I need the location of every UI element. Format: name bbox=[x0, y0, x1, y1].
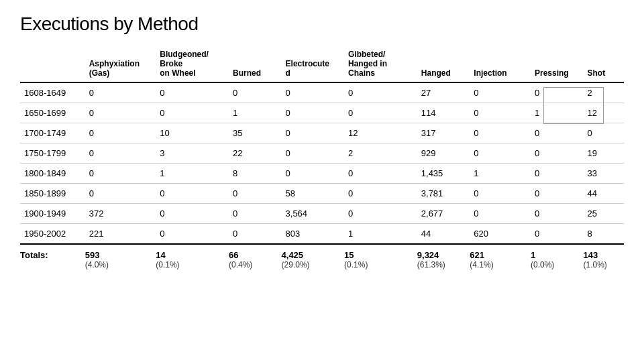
totals-hanged-pct: (61.3%) bbox=[417, 260, 470, 274]
cell-shot: 25 bbox=[584, 204, 624, 224]
cell-asphyxiation: 0 bbox=[85, 164, 156, 184]
cell-period: 1650-1699 bbox=[20, 103, 85, 123]
table-row: 1750-17990322029290019 bbox=[20, 143, 624, 164]
cell-burned: 0 bbox=[229, 82, 282, 103]
cell-hanged: 44 bbox=[417, 224, 470, 245]
col-header-injection: Injection bbox=[470, 47, 531, 82]
totals-pressing: 1 bbox=[531, 244, 584, 260]
totals-pressing-pct: (0.0%) bbox=[531, 260, 584, 274]
cell-asphyxiation: 0 bbox=[85, 184, 156, 204]
executions-table: Asphyxiation(Gas) Bludgeoned/Brokeon Whe… bbox=[20, 47, 624, 274]
totals-injection: 621 bbox=[470, 244, 531, 260]
cell-electrocuted: 3,564 bbox=[282, 204, 344, 224]
cell-gibbeted: 1 bbox=[344, 224, 417, 245]
cell-hanged: 317 bbox=[417, 123, 470, 143]
col-header-asphyxiation: Asphyxiation(Gas) bbox=[85, 47, 156, 82]
cell-hanged: 929 bbox=[417, 143, 470, 164]
cell-gibbeted: 0 bbox=[344, 103, 417, 123]
table-row: 1850-18990005803,7810044 bbox=[20, 184, 624, 204]
cell-shot: 33 bbox=[584, 164, 624, 184]
cell-injection: 0 bbox=[470, 103, 531, 123]
totals-gibbeted: 15 bbox=[344, 244, 417, 260]
totals-row-values: Totals: 593 14 66 4,425 15 9,324 621 1 1… bbox=[20, 244, 624, 260]
totals-row-pcts: (4.0%) (0.1%) (0.4%) (29.0%) (0.1%) (61.… bbox=[20, 260, 624, 274]
cell-gibbeted: 0 bbox=[344, 184, 417, 204]
corner-box bbox=[543, 87, 604, 124]
cell-burned: 0 bbox=[229, 184, 282, 204]
col-header-electrocuted: Electrocuted bbox=[282, 47, 344, 82]
table-row: 1900-1949372003,56402,6770025 bbox=[20, 204, 624, 224]
cell-electrocuted: 0 bbox=[282, 164, 344, 184]
cell-pressing: 0 bbox=[531, 184, 584, 204]
cell-period: 1750-1799 bbox=[20, 143, 85, 164]
table-row: 1700-174901035012317000 bbox=[20, 123, 624, 143]
page-title: Executions by Method bbox=[20, 13, 624, 35]
cell-period: 1900-1949 bbox=[20, 204, 85, 224]
cell-burned: 1 bbox=[229, 103, 282, 123]
cell-bludgeoned: 0 bbox=[156, 204, 229, 224]
cell-hanged: 2,677 bbox=[417, 204, 470, 224]
cell-injection: 0 bbox=[470, 123, 531, 143]
table-row: 1650-1699001001140112 bbox=[20, 103, 624, 123]
totals-label: Totals: bbox=[20, 244, 85, 260]
cell-shot: 0 bbox=[584, 123, 624, 143]
col-header-period bbox=[20, 47, 85, 82]
cell-period: 1608-1649 bbox=[20, 82, 85, 103]
totals-burned-pct: (0.4%) bbox=[229, 260, 282, 274]
col-header-hanged: Hanged bbox=[417, 47, 470, 82]
cell-gibbeted: 2 bbox=[344, 143, 417, 164]
cell-period: 1800-1849 bbox=[20, 164, 85, 184]
totals-gibbeted-pct: (0.1%) bbox=[344, 260, 417, 274]
totals-shot: 143 bbox=[584, 244, 624, 260]
totals-burned: 66 bbox=[229, 244, 282, 260]
cell-pressing: 0 bbox=[531, 224, 584, 245]
totals-electrocuted: 4,425 bbox=[282, 244, 344, 260]
cell-bludgeoned: 0 bbox=[156, 184, 229, 204]
table-row: 1800-1849018001,4351033 bbox=[20, 164, 624, 184]
totals-bludgeoned: 14 bbox=[156, 244, 229, 260]
cell-bludgeoned: 1 bbox=[156, 164, 229, 184]
cell-injection: 1 bbox=[470, 164, 531, 184]
cell-bludgeoned: 0 bbox=[156, 82, 229, 103]
cell-hanged: 1,435 bbox=[417, 164, 470, 184]
cell-injection: 620 bbox=[470, 224, 531, 245]
cell-injection: 0 bbox=[470, 204, 531, 224]
col-header-bludgeoned: Bludgeoned/Brokeon Wheel bbox=[156, 47, 229, 82]
cell-bludgeoned: 0 bbox=[156, 224, 229, 245]
cell-electrocuted: 58 bbox=[282, 184, 344, 204]
totals-pct-empty bbox=[20, 260, 85, 274]
cell-injection: 0 bbox=[470, 143, 531, 164]
cell-electrocuted: 0 bbox=[282, 103, 344, 123]
cell-bludgeoned: 3 bbox=[156, 143, 229, 164]
cell-shot: 44 bbox=[584, 184, 624, 204]
cell-hanged: 3,781 bbox=[417, 184, 470, 204]
cell-asphyxiation: 0 bbox=[85, 82, 156, 103]
cell-electrocuted: 0 bbox=[282, 82, 344, 103]
cell-pressing: 0 bbox=[531, 164, 584, 184]
cell-gibbeted: 0 bbox=[344, 204, 417, 224]
cell-asphyxiation: 372 bbox=[85, 204, 156, 224]
cell-gibbeted: 12 bbox=[344, 123, 417, 143]
col-header-gibbeted: Gibbeted/Hanged inChains bbox=[344, 47, 417, 82]
totals-injection-pct: (4.1%) bbox=[470, 260, 531, 274]
totals-asphyxiation-pct: (4.0%) bbox=[85, 260, 156, 274]
cell-burned: 22 bbox=[229, 143, 282, 164]
cell-pressing: 0 bbox=[531, 204, 584, 224]
cell-hanged: 27 bbox=[417, 82, 470, 103]
cell-gibbeted: 0 bbox=[344, 82, 417, 103]
cell-pressing: 0 bbox=[531, 123, 584, 143]
cell-burned: 0 bbox=[229, 204, 282, 224]
cell-shot: 8 bbox=[584, 224, 624, 245]
cell-hanged: 114 bbox=[417, 103, 470, 123]
cell-injection: 0 bbox=[470, 82, 531, 103]
cell-period: 1850-1899 bbox=[20, 184, 85, 204]
totals-hanged: 9,324 bbox=[417, 244, 470, 260]
cell-injection: 0 bbox=[470, 184, 531, 204]
cell-gibbeted: 0 bbox=[344, 164, 417, 184]
cell-asphyxiation: 0 bbox=[85, 103, 156, 123]
cell-burned: 0 bbox=[229, 224, 282, 245]
cell-period: 1700-1749 bbox=[20, 123, 85, 143]
col-header-pressing: Pressing bbox=[531, 47, 584, 82]
col-header-burned: Burned bbox=[229, 47, 282, 82]
totals-asphyxiation: 593 bbox=[85, 244, 156, 260]
